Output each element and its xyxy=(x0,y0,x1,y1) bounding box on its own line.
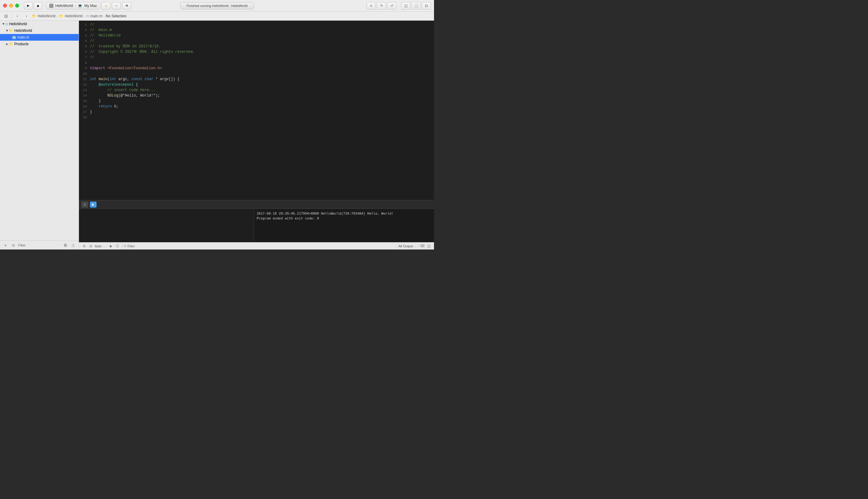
disclosure-arrow-group[interactable]: ▶ xyxy=(6,30,9,32)
code-line-10: 10 xyxy=(79,71,434,76)
environment-icon: ≋ xyxy=(125,4,128,8)
filter-bar: ⊙ Filter xyxy=(122,244,395,248)
project-folder-icon: ⊟ xyxy=(5,22,8,26)
trash-btn[interactable]: ⌫ xyxy=(419,243,425,249)
token: int xyxy=(110,77,116,81)
chevron-output: ⌄ xyxy=(414,245,417,248)
token: char xyxy=(145,77,153,81)
eye-btn[interactable]: ◉ xyxy=(108,243,113,249)
line-number-3: 3 xyxy=(79,33,90,38)
hide-panel-icon: ⊟ xyxy=(84,203,86,206)
footer-right-section: All Output ⌄ ⌫ ◫ xyxy=(398,243,432,249)
panel-split-btn[interactable]: ◫ xyxy=(426,243,432,249)
disclosure-arrow-root[interactable]: ▶ xyxy=(2,23,5,25)
clear-icon: ▶ xyxy=(92,203,95,206)
filter-magnify-icon: ⊙ xyxy=(124,244,126,248)
folder-icon-group: 📁 xyxy=(9,29,13,33)
view-toggle-2[interactable]: ↻ xyxy=(377,2,386,9)
minimize-button[interactable] xyxy=(9,4,13,8)
chevron-auto: ⌄ xyxy=(103,245,105,248)
breadcrumb-icon-2: m xyxy=(86,14,89,18)
breadcrumb-item-2[interactable]: main.m xyxy=(90,14,102,18)
code-line-14: 14 NSLog(@"Hello, World!"); xyxy=(79,93,434,98)
breadcrumb-item-3: No Selection xyxy=(106,14,126,18)
status-bar: Finished running HelloWorld : HelloWorld xyxy=(180,2,254,9)
layout-button-1[interactable]: ◫ xyxy=(401,2,410,9)
code-line-1: 1// xyxy=(79,22,434,27)
filter-icon[interactable]: ⊙ xyxy=(10,242,16,248)
line-content-12: @autoreleasepool { xyxy=(90,82,138,87)
breadcrumb-sep-2: › xyxy=(104,14,105,18)
code-line-16: 16 return 0; xyxy=(79,104,434,109)
titlebar-right: ≡ ↻ ⏎ ◫ ⬜ ⊡ xyxy=(366,2,431,9)
close-button[interactable] xyxy=(3,4,7,8)
editor-area: 1//2// main.m3// HelloWorld4//5// Create… xyxy=(79,21,434,250)
sidebar-settings-button[interactable]: ⚙ xyxy=(62,242,68,248)
add-button[interactable]: + xyxy=(2,242,9,248)
main-container: ▶ ⊟ HelloWorld ▶ 📁 HelloWorld m main.m ▶… xyxy=(0,21,434,250)
token: // Copyright © 2017年 阿钟. All rights rese… xyxy=(90,50,195,54)
folder-icon-products: 📁 xyxy=(9,42,13,46)
layout-button-3[interactable]: ⊡ xyxy=(422,2,431,9)
code-line-5: 5// Created by 阿钟 on 2017/8/18. xyxy=(79,44,434,49)
breakpoints-button[interactable]: ⊙ xyxy=(112,2,121,9)
line-number-2: 2 xyxy=(79,27,90,33)
fullscreen-button[interactable] xyxy=(15,4,19,8)
footer-icon: ⊟ xyxy=(83,244,85,248)
footer-icon-btn[interactable]: ⊟ xyxy=(81,243,87,249)
auto-selector[interactable]: Auto xyxy=(95,244,102,248)
token: // xyxy=(90,39,94,43)
line-content-17: } xyxy=(90,109,92,115)
sidebar-label-products: Products xyxy=(14,42,28,46)
line-number-1: 1 xyxy=(79,22,90,27)
clear-button[interactable]: ▶ xyxy=(90,202,97,208)
view-toggle-3[interactable]: ⏎ xyxy=(387,2,396,9)
sidebar-toggle-button[interactable]: ⊟ xyxy=(2,12,10,20)
token: } xyxy=(90,110,92,114)
line-content-8 xyxy=(90,60,92,65)
token: // xyxy=(90,23,94,27)
line-number-8: 8 xyxy=(79,60,90,65)
line-content-14: NSLog(@"Hello, World!"); xyxy=(90,93,160,98)
scheme-name: HelloWorld xyxy=(55,4,73,8)
breadcrumb-item-0[interactable]: HelloWorld xyxy=(38,14,55,18)
sidebar-item-helloworld-group[interactable]: ▶ 📁 HelloWorld xyxy=(0,27,79,34)
scheme-selector[interactable]: HelloWorld › 💻 My Mac xyxy=(46,2,100,9)
layout-button-2[interactable]: ⬜ xyxy=(411,2,421,9)
line-content-4: // xyxy=(90,38,94,44)
token: } xyxy=(90,99,101,103)
code-line-18: 18 xyxy=(79,115,434,120)
issues-button[interactable]: ⚠ xyxy=(101,2,110,9)
filter-btn[interactable]: ⊙ xyxy=(88,243,94,249)
console-output: 2017-08-18 20:39:46.217994+0800 HelloWor… xyxy=(254,209,434,242)
token: int xyxy=(90,77,99,81)
sidebar-warning-button[interactable]: ⚠ xyxy=(70,242,76,248)
token: ; xyxy=(116,105,118,109)
sidebar-item-main-m[interactable]: m main.m xyxy=(0,34,79,41)
breadcrumb-item-1[interactable]: HelloWorld xyxy=(65,14,82,18)
footer-left-section: ⊟ ⊙ Auto ⌄ ◉ ⓘ xyxy=(81,243,120,249)
line-content-13: // insert code here... xyxy=(90,87,156,93)
nav-forward-button[interactable]: › xyxy=(23,12,30,20)
code-line-15: 15 } xyxy=(79,98,434,104)
eye-icon: ◉ xyxy=(109,244,112,248)
sidebar-item-products[interactable]: ▶ 📁 Products xyxy=(0,41,79,47)
token: { xyxy=(134,83,138,87)
info-btn[interactable]: ⓘ xyxy=(115,243,120,249)
filter-text-label: Filter xyxy=(128,244,135,248)
disclosure-arrow-products[interactable]: ▶ xyxy=(6,42,8,46)
environment-button[interactable]: ≋ xyxy=(122,2,131,9)
all-output-selector[interactable]: All Output xyxy=(398,244,413,248)
hide-panel-button[interactable]: ⊟ xyxy=(81,202,88,208)
view-toggle-1[interactable]: ≡ xyxy=(366,2,376,9)
sidebar-label-group: HelloWorld xyxy=(14,28,32,33)
sidebar-item-helloworld-root[interactable]: ▶ ⊟ HelloWorld xyxy=(0,21,79,27)
code-editor[interactable]: 1//2// main.m3// HelloWorld4//5// Create… xyxy=(79,21,434,200)
chevron-right-icon: › xyxy=(26,14,27,18)
bottom-footer: ⊟ ⊙ Auto ⌄ ◉ ⓘ ⊙ Filter All Out xyxy=(79,242,434,250)
stop-button[interactable]: ■ xyxy=(34,2,42,9)
nav-back-button[interactable]: ‹ xyxy=(14,12,21,20)
run-button[interactable]: ▶ xyxy=(24,2,33,9)
layout2-icon: ⬜ xyxy=(414,4,419,8)
line-content-6: // Copyright © 2017年 阿钟. All rights rese… xyxy=(90,49,195,54)
